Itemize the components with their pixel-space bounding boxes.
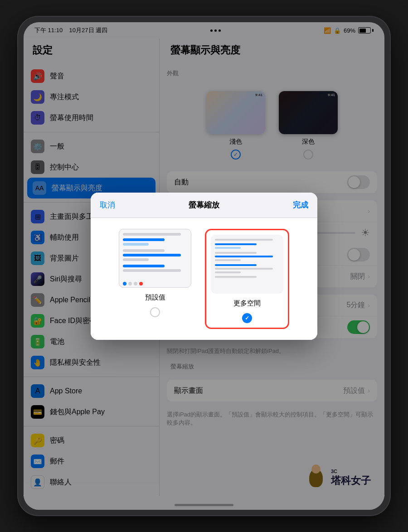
zoom-option-more-space-wrapper: 更多空間 xyxy=(205,229,289,329)
zoom-default-radio[interactable] xyxy=(150,307,160,317)
modal-title: 螢幕縮放 xyxy=(189,200,219,210)
zoom-modal: 取消 螢幕縮放 完成 xyxy=(91,193,317,340)
modal-done-button[interactable]: 完成 xyxy=(293,200,308,210)
zoom-option-more-space[interactable]: 更多空間 xyxy=(211,235,283,323)
zoom-option-default[interactable]: 預設值 xyxy=(119,229,191,329)
modal-overlay[interactable]: 取消 螢幕縮放 完成 xyxy=(24,22,384,510)
zoom-preview-more-space xyxy=(211,235,283,294)
modal-cancel-button[interactable]: 取消 xyxy=(100,200,115,210)
zoom-preview-default xyxy=(119,229,191,288)
zoom-more-space-label: 更多空間 xyxy=(233,299,261,308)
zoom-default-label: 預設值 xyxy=(145,293,165,302)
modal-body: 預設值 xyxy=(91,218,317,340)
zoom-more-space-radio[interactable] xyxy=(242,313,252,323)
modal-header: 取消 螢幕縮放 完成 xyxy=(91,193,317,218)
